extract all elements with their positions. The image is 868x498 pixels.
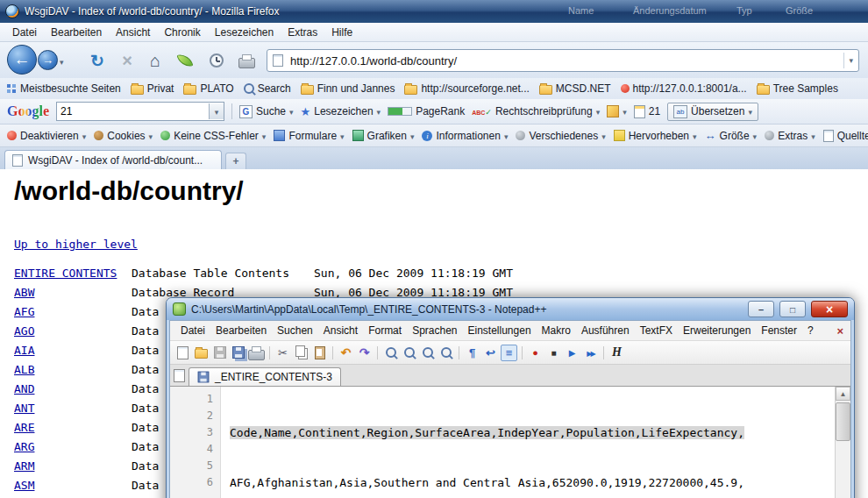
editor-area[interactable]: 1 2 3 4 5 6 Code,Name,Continent,Region,S… — [170, 386, 850, 498]
forward-dropdown-icon[interactable] — [60, 55, 64, 68]
tab-wsgidav[interactable]: WsgiDAV - Index of /world-db/count... — [4, 150, 222, 169]
document-list-icon[interactable] — [174, 369, 185, 382]
print-button[interactable] — [248, 345, 265, 361]
entry-link[interactable]: AND — [14, 382, 132, 395]
play-macro-button[interactable] — [564, 345, 580, 361]
entry-link[interactable]: ASM — [14, 479, 132, 492]
new-tab-button[interactable]: + — [225, 153, 246, 169]
close-button[interactable] — [811, 301, 848, 317]
webdev-hervorheben[interactable]: Hervorheben — [614, 130, 697, 142]
url-dropdown-icon[interactable] — [843, 53, 853, 68]
highlight-button[interactable] — [607, 105, 627, 117]
npp-menu-help[interactable]: ? — [802, 323, 819, 338]
paste-button[interactable] — [311, 345, 328, 361]
entry-link[interactable]: ANT — [14, 402, 132, 415]
save-button[interactable] — [211, 345, 228, 361]
google-search-input[interactable] — [57, 105, 209, 117]
run-macro-multiple-button[interactable] — [582, 345, 599, 361]
url-bar[interactable] — [267, 49, 859, 72]
menu-chronik[interactable]: Chronik — [157, 25, 207, 40]
feed-button[interactable] — [174, 49, 196, 72]
word-wrap-button[interactable] — [482, 345, 499, 361]
indent-guide-button[interactable] — [501, 345, 517, 361]
notes-count-button[interactable]: 21 — [634, 105, 660, 118]
url-input[interactable] — [288, 53, 838, 68]
entry-link[interactable]: ABW — [14, 286, 132, 299]
npp-menu-datei[interactable]: Datei — [175, 323, 210, 338]
scroll-up-icon[interactable] — [836, 387, 850, 401]
npp-menu-ausfuehren[interactable]: Ausführen — [576, 323, 635, 338]
npp-menu-textfx[interactable]: TextFX — [635, 323, 678, 338]
stop-macro-button[interactable] — [545, 345, 562, 361]
npp-menu-makro[interactable]: Makro — [537, 323, 576, 338]
reload-button[interactable] — [86, 49, 109, 72]
entry-link[interactable]: ARE — [14, 421, 132, 434]
undo-button[interactable] — [338, 345, 354, 361]
editor-tab[interactable]: _ENTIRE_CONTENTS-3 — [189, 367, 341, 386]
webdev-formulare[interactable]: Formulare — [274, 130, 344, 142]
webdev-quelltext[interactable]: Quellte — [823, 130, 868, 142]
google-lesezeichen-button[interactable]: Lesezeichen — [301, 105, 381, 118]
npp-menu-sprachen[interactable]: Sprachen — [407, 323, 462, 338]
bookmark-tree-samples[interactable]: Tree Samples — [757, 82, 838, 95]
forward-button[interactable] — [38, 50, 58, 70]
bookmark-sourceforge[interactable]: http://sourceforge.net... — [404, 82, 529, 95]
bookmark-privat[interactable]: Privat — [131, 82, 174, 95]
bookmark-plato[interactable]: PLATO — [183, 82, 233, 95]
menu-hilfe[interactable]: Hilfe — [324, 25, 359, 40]
maximize-button[interactable] — [779, 301, 806, 317]
firefox-titlebar[interactable]: WsgiDAV - Index of /world-db/country/ - … — [0, 0, 868, 23]
menu-bearbeiten[interactable]: Bearbeiten — [44, 25, 109, 40]
minimize-button[interactable] — [748, 301, 774, 317]
print-button[interactable] — [235, 49, 258, 72]
webdev-informationen[interactable]: Informationen — [422, 130, 508, 142]
bookmark-finn-und-jannes[interactable]: Finn und Jannes — [301, 82, 395, 95]
text-content[interactable]: Code,Name,Continent,Region,SurfaceArea,I… — [221, 387, 835, 498]
bookmark-meistbesuchte[interactable]: Meistbesuchte Seiten — [7, 82, 121, 95]
npp-menu-fenster[interactable]: Fenster — [756, 323, 802, 338]
redo-button[interactable] — [356, 345, 373, 361]
npp-menu-bearbeiten[interactable]: Bearbeiten — [210, 323, 272, 338]
webdev-css[interactable]: Keine CSS-Fehler — [160, 130, 266, 142]
entry-link[interactable]: ALB — [14, 363, 132, 376]
entry-link[interactable]: ARG — [14, 440, 132, 453]
home-button[interactable] — [144, 49, 167, 72]
open-file-button[interactable] — [193, 345, 210, 361]
replace-button[interactable] — [401, 345, 417, 361]
npp-menu-format[interactable]: Format — [363, 323, 407, 338]
new-file-button[interactable] — [174, 345, 191, 361]
webdev-grafiken[interactable]: Grafiken — [352, 130, 415, 142]
webdev-verschiedenes[interactable]: Verschiedenes — [516, 130, 605, 142]
webdev-groesse[interactable]: Größe — [705, 129, 758, 142]
history-button[interactable] — [205, 49, 228, 72]
webdev-cookies[interactable]: Cookies — [94, 130, 153, 142]
bookmark-mcsd[interactable]: MCSD.NET — [539, 82, 611, 95]
webdev-deaktivieren[interactable]: Deaktivieren — [7, 130, 86, 142]
npp-menu-suchen[interactable]: Suchen — [272, 323, 318, 338]
scrollbar-thumb[interactable] — [836, 402, 850, 441]
menubar-close-icon[interactable] — [836, 324, 845, 338]
stop-button[interactable] — [116, 49, 139, 72]
textfx-button[interactable] — [608, 345, 625, 361]
entry-link[interactable]: ARM — [14, 459, 132, 473]
menu-extras[interactable]: Extras — [281, 25, 324, 40]
pagerank-indicator[interactable]: PageRank — [388, 105, 465, 117]
back-button[interactable] — [7, 45, 37, 75]
spellcheck-button[interactable]: Rechtschreibprüfung — [472, 105, 600, 117]
notepadpp-titlebar[interactable]: C:\Users\Martin\AppData\Local\Temp\_ENTI… — [167, 298, 854, 320]
show-all-chars-button[interactable] — [464, 345, 480, 361]
webdev-extras[interactable]: Extras — [765, 130, 815, 142]
cut-button[interactable] — [274, 345, 291, 361]
save-all-button[interactable] — [230, 345, 246, 361]
vertical-scrollbar[interactable] — [835, 387, 850, 498]
npp-menu-ansicht[interactable]: Ansicht — [318, 323, 363, 338]
entry-link[interactable]: AFG — [14, 305, 132, 318]
copy-button[interactable] — [293, 345, 309, 361]
bookmark-localhost-8001[interactable]: http://127.0.0.1:8001/a... — [621, 82, 747, 95]
npp-menu-einstellungen[interactable]: Einstellungen — [463, 323, 537, 338]
entry-link[interactable]: ENTIRE CONTENTS — [14, 267, 132, 280]
search-dropdown-button[interactable] — [209, 103, 224, 119]
record-macro-button[interactable] — [527, 345, 544, 361]
up-to-higher-level-link[interactable]: Up to higher level — [14, 238, 138, 251]
menu-lesezeichen[interactable]: Lesezeichen — [208, 25, 281, 40]
